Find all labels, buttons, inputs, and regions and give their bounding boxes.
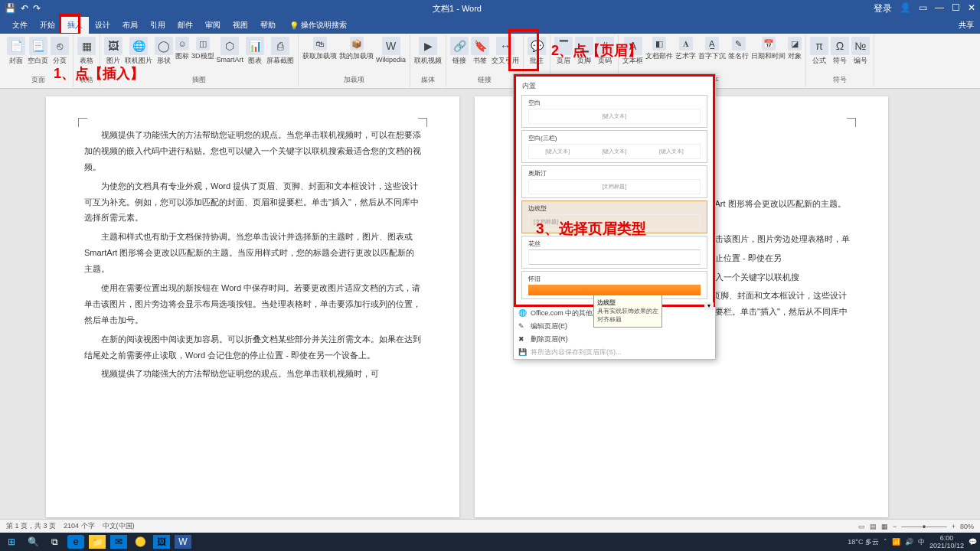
word-icon[interactable]: W xyxy=(175,535,191,549)
callout-2: 2、点【页眉】 xyxy=(551,41,642,60)
close-icon[interactable]: ✕ xyxy=(968,2,975,15)
gallery-remove-header[interactable]: ✖删除页眉(R) xyxy=(514,333,715,346)
clock-date[interactable]: 2021/10/12 xyxy=(929,542,964,549)
tab-mailings[interactable]: 邮件 xyxy=(172,17,199,34)
online-video-button[interactable]: ▶联机视频 xyxy=(414,37,442,66)
save-icon: 💾 xyxy=(518,348,528,357)
wikipedia-button[interactable]: WWikipedia xyxy=(376,37,406,64)
para: 主题和样式也有助于文档保持协调。当您单击设计并选择新的主题时，图片、图表或 Sm… xyxy=(84,229,421,277)
wordart-button[interactable]: 𝐀艺术字 xyxy=(675,37,696,61)
para: 在新的阅读视图中阅读更加容易。可以折叠文档某些部分并关注所需文本。如果在达到结尾… xyxy=(84,331,421,364)
tab-layout[interactable]: 布局 xyxy=(116,17,144,34)
bookmark-button[interactable]: 🔖书签 xyxy=(471,37,489,66)
ime-icon[interactable]: 中 xyxy=(918,537,925,547)
number-button[interactable]: №编号 xyxy=(851,37,870,66)
maximize-icon[interactable]: ☐ xyxy=(952,2,960,15)
para: 为使您的文档具有专业外观，Word 提供了页眉、页脚、封面和文本框设计，这些设计… xyxy=(84,178,421,227)
pictures-button[interactable]: 🖼图片 xyxy=(104,37,122,66)
tab-review[interactable]: 审阅 xyxy=(199,17,227,34)
store-button[interactable]: 🛍获取加载项 xyxy=(302,37,337,61)
3dmodel-button[interactable]: ◫3D模型 xyxy=(191,37,214,61)
tab-view[interactable]: 视图 xyxy=(227,17,254,34)
share-button[interactable]: 共享 xyxy=(959,20,974,31)
volume-icon[interactable]: 🔊 xyxy=(905,538,913,546)
callout-3: 3、选择页眉类型 xyxy=(536,219,646,239)
object-button[interactable]: ◪对象 xyxy=(788,37,802,61)
user-label[interactable]: 登录 xyxy=(874,2,892,15)
screenshot-button[interactable]: ⎙屏幕截图 xyxy=(266,37,294,66)
status-lang[interactable]: 中文(中国) xyxy=(103,521,135,531)
status-words[interactable]: 2104 个字 xyxy=(64,521,95,531)
bulb-icon: 💡 xyxy=(289,21,299,30)
gallery-save-selection[interactable]: 💾将所选内容保存到页眉库(S)... xyxy=(514,346,715,359)
para: 视频提供了功能强大的方法帮助您证明您的观点。当您单击联机视频时，可以在想要添加的… xyxy=(84,127,421,175)
minimize-icon[interactable]: — xyxy=(935,2,944,15)
notifications-icon[interactable]: 💬 xyxy=(969,538,977,546)
cover-page-button[interactable]: 📄封面 xyxy=(7,37,25,66)
zoom-out-icon[interactable]: − xyxy=(893,523,897,530)
tab-insert[interactable]: 插入 xyxy=(61,17,89,34)
mail-icon[interactable]: ✉ xyxy=(110,535,127,549)
photos-icon[interactable]: 🖼 xyxy=(153,535,170,549)
gallery-section-label: 内置 xyxy=(519,80,710,93)
edit-icon: ✎ xyxy=(518,322,528,331)
symbol-button[interactable]: Ω符号 xyxy=(831,37,849,66)
clock-time[interactable]: 6:00 xyxy=(929,534,964,542)
taskview-icon[interactable]: ⧉ xyxy=(46,535,63,549)
comment-button[interactable]: 💬批注 xyxy=(528,37,546,66)
para: 使用在需要位置出现的新按钮在 Word 中保存时间。若要更改图片适应文档的方式，… xyxy=(84,280,421,328)
dropcap-button[interactable]: A̲首字下沉 xyxy=(698,37,726,61)
chart-button[interactable]: 📊图表 xyxy=(246,37,264,66)
datetime-button[interactable]: 📅日期和时间 xyxy=(751,37,786,61)
tab-design[interactable]: 设计 xyxy=(89,17,116,34)
blank-page-button[interactable]: 📃空白页 xyxy=(28,37,48,66)
edge-icon[interactable]: e xyxy=(67,535,84,549)
gallery-item-austin[interactable]: 奥斯汀 [文档标题] xyxy=(521,165,707,198)
gallery-item-prominent[interactable]: 花丝 xyxy=(521,236,707,269)
gallery-item-blank3[interactable]: 空白(三栏) [键入文本][键入文本][键入文本] xyxy=(521,130,707,163)
tab-references[interactable]: 引用 xyxy=(144,17,172,34)
group-links-label: 链接 xyxy=(450,75,519,85)
explorer-icon[interactable]: 📁 xyxy=(89,535,106,549)
myaddins-button[interactable]: 📦我的加载项 xyxy=(339,37,374,61)
tab-file[interactable]: 文件 xyxy=(6,17,34,34)
xref-button[interactable]: ↔交叉引用 xyxy=(492,37,519,66)
online-pictures-button[interactable]: 🌐联机图片 xyxy=(125,37,152,66)
start-button[interactable]: ⊞ xyxy=(3,535,20,549)
weather-widget[interactable]: 18°C 多云 xyxy=(848,537,879,547)
link-button[interactable]: 🔗链接 xyxy=(450,37,469,66)
chrome-icon[interactable]: 🟡 xyxy=(132,535,149,549)
sigline-button[interactable]: ✎签名行 xyxy=(728,37,749,61)
icons-button[interactable]: ☺图标 xyxy=(175,37,189,61)
view-print-icon[interactable]: ▤ xyxy=(870,523,877,530)
page-break-button[interactable]: ⎋分页 xyxy=(51,37,69,66)
undo-icon[interactable]: ↶ xyxy=(21,3,28,14)
table-button[interactable]: ▦表格 xyxy=(77,37,96,66)
zoom-in-icon[interactable]: + xyxy=(952,523,956,530)
quickparts-button[interactable]: ◧文档部件 xyxy=(645,37,673,61)
tab-help[interactable]: 帮助 xyxy=(254,17,282,34)
search-icon[interactable]: 🔍 xyxy=(24,535,41,549)
ribbon-options-icon[interactable]: ▭ xyxy=(919,2,927,15)
zoom-level[interactable]: 80% xyxy=(960,523,974,530)
window-title: 文档1 - Word xyxy=(41,3,874,15)
tell-me[interactable]: 💡 操作说明搜索 xyxy=(289,20,347,31)
equation-button[interactable]: π公式 xyxy=(810,37,828,66)
user-avatar-icon[interactable]: 👤 xyxy=(900,2,911,15)
smartart-button[interactable]: ⬡SmartArt xyxy=(217,37,244,64)
group-symbols-label: 符号 xyxy=(810,75,870,85)
status-page[interactable]: 第 1 页，共 3 页 xyxy=(6,521,56,531)
zoom-slider[interactable]: ———●——— xyxy=(901,523,946,530)
save-icon[interactable]: 💾 xyxy=(5,3,16,14)
network-icon[interactable]: 📶 xyxy=(892,538,900,546)
tab-home[interactable]: 开始 xyxy=(34,17,61,34)
page-1: 视频提供了功能强大的方法帮助您证明您的观点。当您单击联机视频时，可以在想要添加的… xyxy=(46,96,459,517)
callout-1: 1、点【插入】 xyxy=(54,64,144,83)
redo-icon[interactable]: ↷ xyxy=(33,3,41,14)
view-read-icon[interactable]: ▭ xyxy=(858,523,865,530)
gallery-item-blank[interactable]: 空白 [键入文本] xyxy=(521,95,707,128)
tray-up-icon[interactable]: ˄ xyxy=(884,538,887,546)
shapes-button[interactable]: ◯形状 xyxy=(155,37,173,66)
gallery-scroll-down[interactable]: ▾ xyxy=(704,302,714,310)
view-web-icon[interactable]: ▦ xyxy=(881,523,888,530)
